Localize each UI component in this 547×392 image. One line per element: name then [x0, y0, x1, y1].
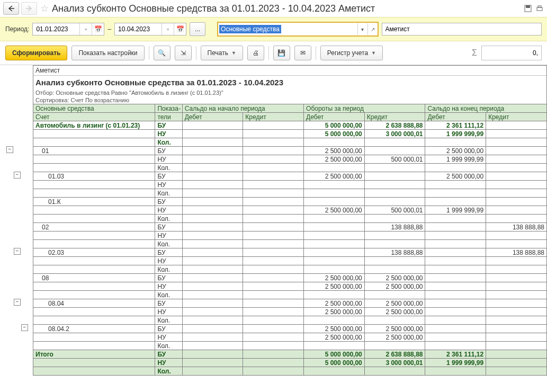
back-button[interactable] [3, 2, 19, 15]
cell [425, 333, 486, 342]
cell [486, 316, 547, 325]
row-name [33, 257, 155, 265]
period-picker-button[interactable]: ... [190, 22, 205, 36]
window-title: Анализ субконто Основные средства за 01.… [52, 3, 522, 14]
cell [243, 282, 304, 291]
row-kind: Кол. [155, 316, 182, 325]
row-name [33, 265, 155, 274]
subconto-combo[interactable]: Основные средства ▾ ↗ [217, 22, 378, 37]
cell [243, 316, 304, 325]
cell: 500 000,01 [364, 155, 425, 164]
cell [243, 138, 304, 147]
table-row: 08.04 БУ 2 500 000,00 2 500 000,00 [33, 299, 547, 308]
cell [486, 172, 547, 181]
save-icon[interactable] [524, 4, 532, 13]
row-kind: БУ [155, 172, 182, 181]
expand-node[interactable]: − [14, 248, 21, 255]
sum-display[interactable] [481, 46, 542, 60]
report-area: − − − − − Аметист Анализ субконто Основн… [0, 65, 547, 376]
print-button[interactable]: Печать ▼ [201, 46, 243, 60]
registry-button[interactable]: Регистр учета ▼ [320, 46, 383, 60]
cell [304, 231, 365, 240]
cell [364, 231, 425, 240]
table-row: НУ 5 000 000,00 3 000 000,01 1 999 999,9… [33, 359, 547, 367]
generate-button[interactable]: Сформировать [5, 46, 67, 60]
date-to-clear[interactable]: ▫ [162, 23, 174, 35]
title-bar: ☆ Анализ субконто Основные средства за 0… [0, 0, 547, 17]
table-row: 01.03 БУ 2 500 000,00 2 500 000,00 [33, 172, 547, 181]
cell [425, 215, 486, 223]
find-button[interactable]: 🔍 [154, 46, 171, 60]
floppy-icon: 💾 [277, 49, 285, 57]
subconto-open-icon[interactable]: ↗ [367, 23, 378, 35]
cell: 3 000 000,01 [364, 359, 425, 367]
cell [304, 316, 365, 325]
row-name [33, 231, 155, 240]
chevron-down-icon: ▼ [371, 50, 376, 56]
cell [425, 164, 486, 172]
table-row: НУ [33, 257, 547, 265]
favorite-icon[interactable]: ☆ [39, 3, 50, 14]
cell [486, 164, 547, 172]
cell [182, 172, 243, 181]
print-icon[interactable] [535, 4, 544, 13]
date-from-input[interactable] [33, 24, 79, 34]
cell [364, 164, 425, 172]
cell [304, 248, 365, 257]
cell [182, 359, 243, 367]
org-input[interactable] [382, 24, 541, 34]
cell: 1 999 999,99 [425, 359, 486, 367]
cell: 2 500 000,00 [364, 308, 425, 316]
cell [486, 291, 547, 299]
date-to-input[interactable] [115, 24, 162, 34]
show-settings-button[interactable]: Показать настройки [71, 46, 144, 60]
date-from-clear[interactable]: ▫ [79, 23, 92, 35]
row-name: 01.03 [33, 172, 155, 181]
table-row: 02 БУ 138 888,88 138 888,88 [33, 223, 547, 231]
cell [243, 130, 304, 138]
cell [425, 274, 486, 282]
save-file-button[interactable]: 💾 [273, 46, 290, 60]
table-row: Кол. [33, 240, 547, 248]
print-icon-button[interactable]: 🖨 [247, 46, 264, 60]
cell [182, 265, 243, 274]
row-name [33, 206, 155, 215]
row-name: 01 [33, 147, 155, 155]
row-kind: Кол. [155, 164, 182, 172]
cell [425, 308, 486, 316]
cell [364, 147, 425, 155]
cell [243, 248, 304, 257]
cell: 138 888,88 [486, 223, 547, 231]
cell: 2 500 000,00 [364, 274, 425, 282]
expand-node[interactable]: − [6, 146, 13, 153]
cell [182, 308, 243, 316]
cell [364, 240, 425, 248]
cell [243, 155, 304, 164]
cell [243, 215, 304, 223]
forward-button[interactable] [21, 2, 37, 15]
row-name: 08.04 [33, 299, 155, 308]
row-name [33, 189, 155, 198]
cell [425, 223, 486, 231]
cell [243, 308, 304, 316]
cell [425, 265, 486, 274]
date-from-calendar-icon[interactable]: 📅 [92, 23, 104, 35]
row-kind: НУ [155, 359, 182, 367]
expand-node[interactable]: − [21, 324, 28, 331]
cell [182, 147, 243, 155]
row-kind: Кол. [155, 265, 182, 274]
cell [243, 350, 304, 359]
row-kind: БУ [155, 121, 182, 130]
expand-button[interactable]: ⇲ [175, 46, 192, 60]
date-to-calendar-icon[interactable]: 📅 [174, 23, 186, 35]
expand-node[interactable]: − [14, 299, 21, 306]
email-button[interactable]: ✉ [294, 46, 311, 60]
cell [425, 231, 486, 240]
report: Аметист Анализ субконто Основные средств… [33, 65, 547, 376]
table-row: Автомобиль в лизинг (с 01.01.23) БУ 5 00… [33, 121, 547, 130]
separator [316, 46, 316, 60]
expand-node[interactable]: − [14, 172, 21, 179]
subconto-dropdown-icon[interactable]: ▾ [357, 23, 367, 35]
cell: 2 500 000,00 [304, 308, 365, 316]
hdr-debit: Дебет [182, 113, 243, 121]
